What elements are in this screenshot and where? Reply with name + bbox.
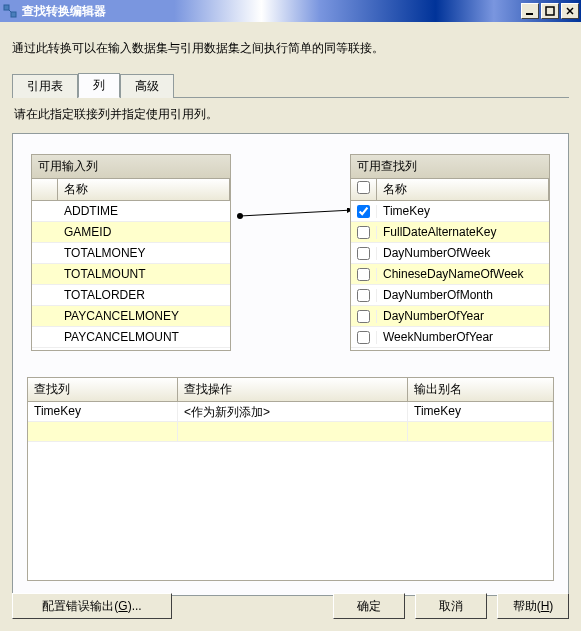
lookup-checkbox[interactable] bbox=[357, 289, 370, 302]
tab-2[interactable]: 高级 bbox=[120, 74, 174, 98]
lookup-checkbox-cell[interactable] bbox=[351, 331, 377, 344]
lookup-check-header[interactable] bbox=[351, 179, 377, 200]
input-row[interactable]: TOTALMOUNT bbox=[32, 264, 230, 285]
mapping-table: 查找列 查找操作 输出别名 TimeKey<作为新列添加>TimeKey bbox=[27, 377, 554, 581]
window-controls bbox=[521, 3, 579, 19]
mapping-row[interactable]: TimeKey<作为新列添加>TimeKey bbox=[28, 402, 553, 422]
mapping-header-operation: 查找操作 bbox=[178, 378, 408, 401]
lookup-columns-title: 可用查找列 bbox=[350, 154, 550, 179]
svg-rect-0 bbox=[4, 5, 9, 10]
lookup-checkbox-cell[interactable] bbox=[351, 289, 377, 302]
svg-point-7 bbox=[237, 213, 243, 219]
mapping-connector-line bbox=[237, 208, 357, 224]
lookup-checkbox[interactable] bbox=[357, 331, 370, 344]
input-rows-scroll[interactable]: ADDTIMEGAMEIDTOTALMONEYTOTALMOUNTTOTALOR… bbox=[32, 201, 230, 351]
available-input-columns: 可用输入列 名称 ADDTIMEGAMEIDTOTALMONEYTOTALMOU… bbox=[31, 154, 231, 351]
lookup-checkbox[interactable] bbox=[357, 205, 370, 218]
lookup-checkbox-cell[interactable] bbox=[351, 226, 377, 239]
input-row[interactable]: GAMEID bbox=[32, 222, 230, 243]
maximize-button[interactable] bbox=[541, 3, 559, 19]
window-title: 查找转换编辑器 bbox=[22, 3, 521, 20]
tab-instruction: 请在此指定联接列并指定使用引用列。 bbox=[14, 106, 569, 123]
svg-rect-4 bbox=[546, 7, 554, 15]
lookup-col-name: DayNumberOfYear bbox=[377, 309, 549, 323]
lookup-rows-scroll[interactable]: TimeKeyFullDateAlternateKeyDayNumberOfWe… bbox=[351, 201, 549, 351]
lookup-col-name: WeekNumberOfYear bbox=[377, 330, 549, 344]
input-row[interactable]: PAYCANCELMOUNT bbox=[32, 327, 230, 348]
close-button[interactable] bbox=[561, 3, 579, 19]
lookup-checkbox-cell[interactable] bbox=[351, 247, 377, 260]
input-check-header bbox=[32, 179, 58, 200]
help-button[interactable]: 帮助(H) bbox=[497, 593, 569, 619]
lookup-col-name: ChineseDayNameOfWeek bbox=[377, 267, 549, 281]
mapping-header-alias: 输出别名 bbox=[408, 378, 553, 401]
configure-error-output-button[interactable]: 配置错误输出(G)... bbox=[12, 593, 172, 619]
tab-0[interactable]: 引用表 bbox=[12, 74, 78, 98]
lookup-row[interactable]: ChineseDayNameOfWeek bbox=[351, 264, 549, 285]
dialog-description: 通过此转换可以在输入数据集与引用数据集之间执行简单的同等联接。 bbox=[12, 40, 569, 57]
input-row[interactable]: TOTALMONEY bbox=[32, 243, 230, 264]
svg-rect-1 bbox=[11, 12, 16, 17]
lookup-row[interactable]: WeekNumberOfYear bbox=[351, 327, 549, 348]
footer-buttons: 配置错误输出(G)... 确定 取消 帮助(H) bbox=[12, 593, 569, 619]
input-col-name: TOTALORDER bbox=[58, 288, 230, 302]
lookup-checkbox[interactable] bbox=[357, 226, 370, 239]
lookup-checkbox[interactable] bbox=[357, 247, 370, 260]
ok-button[interactable]: 确定 bbox=[333, 593, 405, 619]
titlebar: 查找转换编辑器 bbox=[0, 0, 581, 22]
mapping-cell[interactable] bbox=[408, 422, 553, 442]
input-row[interactable]: ADDTIME bbox=[32, 201, 230, 222]
svg-line-8 bbox=[240, 210, 353, 216]
lookup-checkbox-cell[interactable] bbox=[351, 205, 377, 218]
cancel-button[interactable]: 取消 bbox=[415, 593, 487, 619]
input-name-header: 名称 bbox=[58, 179, 230, 200]
svg-line-2 bbox=[9, 10, 11, 12]
lookup-col-name: TimeKey bbox=[377, 204, 549, 218]
lookup-col-name: DayNumberOfWeek bbox=[377, 246, 549, 260]
input-col-name: ADDTIME bbox=[58, 204, 230, 218]
minimize-button[interactable] bbox=[521, 3, 539, 19]
input-col-name: TOTALMONEY bbox=[58, 246, 230, 260]
input-row[interactable]: PAYCANCELMONEY bbox=[32, 306, 230, 327]
lookup-checkbox-cell[interactable] bbox=[351, 268, 377, 281]
lookup-row[interactable]: FullDateAlternateKey bbox=[351, 222, 549, 243]
lookup-name-header: 名称 bbox=[377, 179, 549, 200]
lookup-row[interactable]: DayNumberOfWeek bbox=[351, 243, 549, 264]
mapping-header-lookup-col: 查找列 bbox=[28, 378, 178, 401]
lookup-row[interactable]: TimeKey bbox=[351, 201, 549, 222]
mapping-cell[interactable]: TimeKey bbox=[28, 402, 178, 422]
available-lookup-columns: 可用查找列 名称 TimeKeyFullDateAlternateKeyDayN… bbox=[350, 154, 550, 351]
input-row[interactable]: TOTALORDER bbox=[32, 285, 230, 306]
tab-1[interactable]: 列 bbox=[78, 73, 120, 98]
columns-panel: 可用输入列 名称 ADDTIMEGAMEIDTOTALMONEYTOTALMOU… bbox=[12, 133, 569, 596]
mapping-cell[interactable]: TimeKey bbox=[408, 402, 553, 422]
input-col-name: GAMEID bbox=[58, 225, 230, 239]
input-columns-title: 可用输入列 bbox=[31, 154, 231, 179]
lookup-checkbox[interactable] bbox=[357, 268, 370, 281]
lookup-row[interactable]: DayNumberOfYear bbox=[351, 306, 549, 327]
lookup-row[interactable]: DayNumberOfMonth bbox=[351, 285, 549, 306]
lookup-checkbox-cell[interactable] bbox=[351, 310, 377, 323]
tab-strip: 引用表列高级 bbox=[12, 73, 569, 98]
input-col-name: PAYCANCELMONEY bbox=[58, 309, 230, 323]
input-col-name: TOTALMOUNT bbox=[58, 267, 230, 281]
app-icon bbox=[2, 3, 18, 19]
lookup-col-name: DayNumberOfMonth bbox=[377, 288, 549, 302]
lookup-checkbox[interactable] bbox=[357, 310, 370, 323]
mapping-cell[interactable] bbox=[28, 422, 178, 442]
lookup-col-name: FullDateAlternateKey bbox=[377, 225, 549, 239]
mapping-row[interactable] bbox=[28, 422, 553, 442]
mapping-cell[interactable]: <作为新列添加> bbox=[178, 402, 408, 422]
input-col-name: PAYCANCELMOUNT bbox=[58, 330, 230, 344]
mapping-cell[interactable] bbox=[178, 422, 408, 442]
